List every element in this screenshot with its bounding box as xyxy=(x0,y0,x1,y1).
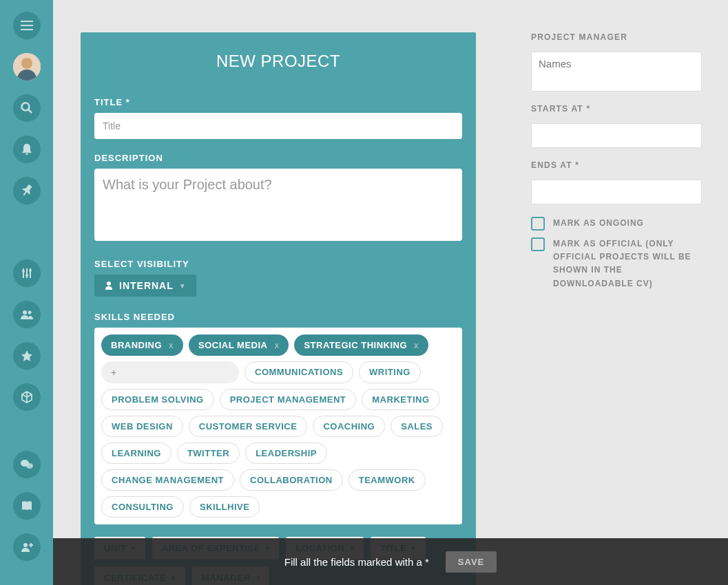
skill-tag-suggestion[interactable]: COLLABORATION xyxy=(240,469,343,491)
svg-point-15 xyxy=(28,311,31,315)
skill-tag-suggestion[interactable]: CHANGE MANAGEMENT xyxy=(101,469,234,491)
ends-input[interactable] xyxy=(531,180,702,204)
avatar[interactable] xyxy=(13,53,41,81)
svg-rect-2 xyxy=(21,29,33,30)
skill-tag-suggestion[interactable]: PROJECT MANAGEMENT xyxy=(220,389,357,410)
svg-line-7 xyxy=(28,109,32,113)
visibility-label: SELECT VISIBILITY xyxy=(94,259,462,269)
remove-icon[interactable]: x xyxy=(414,340,419,350)
skill-tag-selected[interactable]: BRANDINGx xyxy=(101,334,183,356)
skill-tag-suggestion[interactable]: TWITTER xyxy=(177,443,240,464)
svg-point-11 xyxy=(22,270,25,273)
people-icon[interactable] xyxy=(13,301,41,328)
description-label: DESCRIPTION xyxy=(94,153,462,163)
card-heading: NEW PROJECT xyxy=(94,52,462,71)
sidebar xyxy=(0,0,53,585)
svg-point-6 xyxy=(21,103,29,111)
skill-tag-suggestion[interactable]: CUSTOMER SERVICE xyxy=(189,416,308,437)
manager-label: PROJECT MANAGER xyxy=(531,32,702,42)
main-content: NEW PROJECT TITLE * DESCRIPTION SELECT V… xyxy=(53,0,728,585)
save-button[interactable]: SAVE xyxy=(446,551,497,573)
skill-tag-suggestion[interactable]: COMMUNICATIONS xyxy=(245,361,353,383)
cube-icon[interactable] xyxy=(13,383,41,411)
bell-icon[interactable] xyxy=(13,136,41,163)
svg-point-18 xyxy=(23,543,28,547)
skill-tag-suggestion[interactable]: PROBLEM SOLVING xyxy=(101,389,214,410)
svg-rect-0 xyxy=(21,21,33,22)
official-row: MARK AS OFFICIAL (ONLY OFFICIAL PROJECTS… xyxy=(531,237,702,290)
skill-tag-selected[interactable]: SOCIAL MEDIAx xyxy=(189,334,289,356)
svg-point-12 xyxy=(25,274,28,277)
chevron-down-icon: ▼ xyxy=(179,282,187,290)
svg-rect-1 xyxy=(21,25,33,26)
official-label: MARK AS OFFICIAL (ONLY OFFICIAL PROJECTS… xyxy=(553,237,702,290)
remove-icon[interactable]: x xyxy=(274,340,279,350)
skill-tag-suggestion[interactable]: WEB DESIGN xyxy=(101,416,183,437)
new-project-card: NEW PROJECT TITLE * DESCRIPTION SELECT V… xyxy=(81,32,476,585)
svg-point-14 xyxy=(23,310,27,315)
manager-input[interactable]: Names xyxy=(531,52,702,92)
skill-tag-suggestion[interactable]: WRITING xyxy=(359,361,421,383)
menu-icon[interactable] xyxy=(13,12,41,39)
chat-icon[interactable] xyxy=(13,451,41,478)
skills-label: SKILLS NEEDED xyxy=(94,312,462,322)
skill-tag-suggestion[interactable]: LEADERSHIP xyxy=(245,443,327,464)
add-people-icon[interactable] xyxy=(13,533,41,561)
description-input[interactable] xyxy=(94,169,462,241)
ongoing-checkbox[interactable] xyxy=(531,217,545,231)
svg-point-17 xyxy=(26,463,33,469)
visibility-value: INTERNAL xyxy=(119,280,174,291)
skill-tag-suggestion[interactable]: CONSULTING xyxy=(101,496,184,518)
sliders-icon[interactable] xyxy=(13,259,41,287)
remove-icon[interactable]: x xyxy=(169,340,174,350)
svg-point-13 xyxy=(29,269,32,272)
svg-point-4 xyxy=(21,58,32,69)
book-icon[interactable] xyxy=(13,492,41,520)
starts-label: STARTS AT * xyxy=(531,104,702,114)
title-label: TITLE * xyxy=(94,97,462,107)
skill-tag-suggestion[interactable]: TEAMWORK xyxy=(349,469,426,491)
bottom-bar: Fill all the fields marked with a * SAVE xyxy=(53,538,728,585)
official-checkbox[interactable] xyxy=(531,237,545,251)
add-skill-input[interactable]: + xyxy=(101,361,239,383)
search-icon[interactable] xyxy=(13,94,41,122)
footer-message: Fill all the fields marked with a * xyxy=(284,556,429,568)
title-input[interactable] xyxy=(94,113,462,139)
star-icon[interactable] xyxy=(13,342,41,370)
skill-tag-suggestion[interactable]: LEARNING xyxy=(101,443,171,464)
skill-tag-selected[interactable]: STRATEGIC THINKINGx xyxy=(294,334,428,356)
ongoing-row: MARK AS ONGOING xyxy=(531,217,702,231)
ends-label: ENDS AT * xyxy=(531,160,702,170)
skill-tag-suggestion[interactable]: SALES xyxy=(391,416,443,437)
skill-tag-suggestion[interactable]: MARKETING xyxy=(362,389,439,410)
ongoing-label: MARK AS ONGOING xyxy=(553,217,644,230)
right-panel: PROJECT MANAGER Names STARTS AT * ENDS A… xyxy=(531,32,702,297)
visibility-dropdown[interactable]: INTERNAL ▼ xyxy=(94,275,196,297)
starts-input[interactable] xyxy=(531,123,702,148)
skill-tag-suggestion[interactable]: COACHING xyxy=(313,416,385,437)
pin-icon[interactable] xyxy=(13,177,41,204)
person-icon xyxy=(104,281,114,290)
skill-tag-suggestion[interactable]: SKILLHIVE xyxy=(189,496,260,518)
skills-box: BRANDINGxSOCIAL MEDIAxSTRATEGIC THINKING… xyxy=(94,328,462,524)
svg-point-21 xyxy=(107,281,111,286)
